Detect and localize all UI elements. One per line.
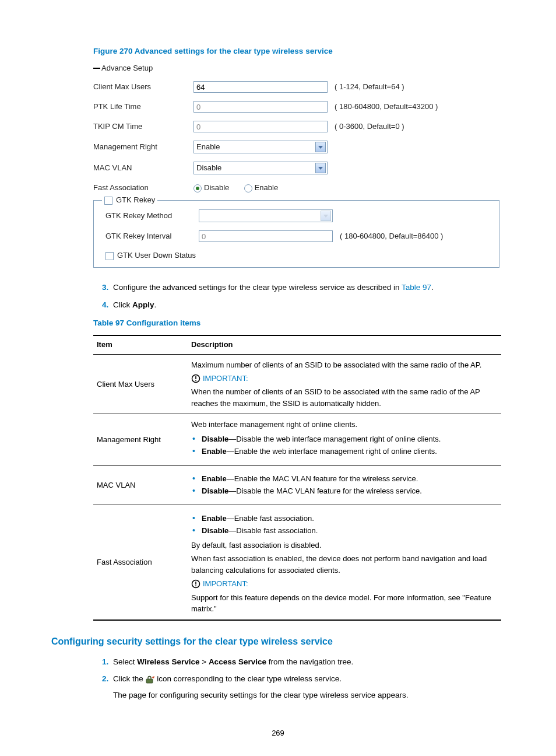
input-client-max-users[interactable] — [193, 81, 328, 93]
cell-desc: Web interface management right of online… — [188, 414, 501, 466]
minus-icon — [93, 68, 100, 69]
checkbox-gtk-rekey[interactable] — [104, 197, 112, 205]
cell-item: Fast Association — [93, 505, 188, 620]
select-mgmt-right-value: Enable — [196, 142, 220, 153]
important-label: IMPORTANT: — [191, 578, 248, 590]
cell-item: Management Right — [93, 414, 188, 466]
select-mac-vlan[interactable]: Disable — [193, 162, 328, 174]
label-gtk-interval: GTK Rekey Interval — [105, 231, 199, 242]
radio-label-disable: Disable — [204, 183, 229, 192]
radio-label-enable: Enable — [255, 183, 278, 192]
page-number: 269 — [51, 728, 505, 739]
checkbox-gtk-user-down[interactable] — [105, 252, 114, 260]
svg-rect-2 — [195, 380, 196, 381]
chevron-down-icon — [315, 142, 326, 152]
security-icon — [146, 676, 155, 684]
panel-title: Advance Setup — [101, 64, 153, 72]
gtk-rekey-legend[interactable]: GTK Rekey — [102, 195, 157, 206]
figure-caption: Figure 270 Advanced settings for the cle… — [93, 46, 505, 57]
hint-tkip-cm-time: ( 0-3600, Default=0 ) — [335, 121, 404, 132]
chevron-down-icon — [321, 211, 331, 221]
label-ptk-life-time: PTK Life Time — [93, 102, 193, 113]
step-2: Click the icon corresponding to the clea… — [111, 671, 505, 704]
steps-list-1: Configure the advanced settings for the … — [93, 279, 505, 314]
input-gtk-interval[interactable] — [199, 230, 333, 242]
hint-client-max-users: ( 1-124, Default=64 ) — [335, 82, 404, 93]
svg-rect-1 — [195, 376, 196, 379]
table-row: Fast Association Enable—Enable fast asso… — [93, 505, 501, 620]
advance-setup-panel: Advance Setup Client Max Users ( 1-124, … — [93, 63, 505, 268]
radio-fast-assoc-disable[interactable] — [193, 184, 202, 192]
select-gtk-method[interactable] — [199, 209, 333, 222]
label-mac-vlan: MAC VLAN — [93, 163, 193, 174]
section-heading: Configuring security settings for the cl… — [51, 635, 505, 648]
hint-gtk-interval: ( 180-604800, Default=86400 ) — [340, 231, 443, 242]
svg-rect-5 — [195, 586, 196, 587]
config-table: Item Description Client Max Users Maximu… — [93, 335, 501, 621]
label-gtk-user-down: GTK User Down Status — [117, 250, 196, 261]
svg-rect-6 — [146, 679, 153, 683]
step-4: Click Apply. — [111, 297, 505, 314]
radio-group-fast-assoc: Disable Enable — [193, 183, 278, 194]
collapse-toggle[interactable]: Advance Setup — [93, 63, 505, 74]
table-row: Management Right Web interface managemen… — [93, 414, 501, 466]
cell-desc: Enable—Enable the MAC VLAN feature for t… — [188, 465, 501, 505]
table-caption: Table 97 Configuration items — [93, 317, 505, 329]
step-3: Configure the advanced settings for the … — [111, 279, 505, 297]
alert-icon — [191, 374, 200, 383]
alert-icon — [191, 579, 200, 589]
label-client-max-users: Client Max Users — [93, 82, 193, 93]
label-gtk-method: GTK Rekey Method — [105, 211, 199, 222]
radio-fast-assoc-enable[interactable] — [244, 184, 252, 192]
hint-ptk-life-time: ( 180-604800, Default=43200 ) — [335, 102, 438, 113]
svg-rect-4 — [195, 582, 196, 584]
table-97-link[interactable]: Table 97 — [402, 283, 431, 292]
step-1: Select Wireless Service > Access Service… — [111, 654, 505, 671]
select-mgmt-right[interactable]: Enable — [193, 141, 328, 153]
table-row: Client Max Users Maximum number of clien… — [93, 354, 501, 414]
th-item: Item — [93, 335, 188, 354]
gtk-rekey-legend-label: GTK Rekey — [116, 195, 155, 204]
chevron-down-icon — [315, 163, 326, 173]
important-label: IMPORTANT: — [191, 373, 248, 384]
label-tkip-cm-time: TKIP CM Time — [93, 121, 193, 132]
label-fast-assoc: Fast Association — [93, 183, 193, 194]
steps-list-2: Select Wireless Service > Access Service… — [93, 654, 505, 705]
cell-desc: Maximum number of clients of an SSID to … — [188, 354, 501, 414]
label-mgmt-right: Management Right — [93, 142, 193, 153]
cell-item: Client Max Users — [93, 354, 188, 414]
input-ptk-life-time[interactable] — [193, 101, 328, 113]
step-2-continuation: The page for configuring security settin… — [113, 690, 505, 701]
input-tkip-cm-time[interactable] — [193, 121, 328, 132]
cell-item: MAC VLAN — [93, 465, 188, 505]
select-mac-vlan-value: Disable — [196, 163, 221, 174]
gtk-rekey-fieldset: GTK Rekey GTK Rekey Method GTK Rekey Int… — [93, 200, 499, 268]
table-row: MAC VLAN Enable—Enable the MAC VLAN feat… — [93, 465, 501, 505]
th-description: Description — [188, 335, 501, 354]
cell-desc: Enable—Enable fast association. Disable—… — [188, 505, 501, 620]
